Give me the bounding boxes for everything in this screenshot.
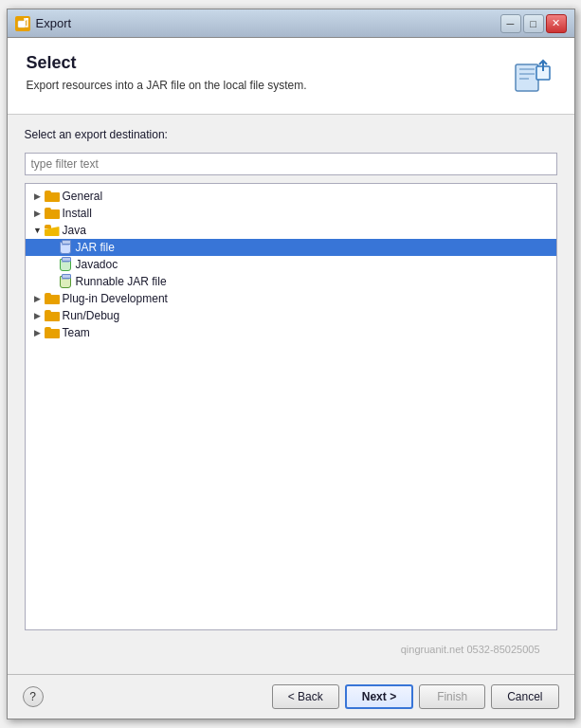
header-title: Select [27,53,510,73]
footer: ? < Back Next > Finish Cancel [8,674,574,719]
javadoc-icon [58,258,73,271]
back-button[interactable]: < Back [272,684,339,709]
tree-item-label-javadoc: Javadoc [76,258,118,271]
watermark: qingruanit.net 0532-85025005 [25,638,557,661]
tree-container[interactable]: ▶ General ▶ Install [25,183,557,630]
tree-item-label-install: Install [63,207,92,220]
header-export-icon [510,53,555,99]
tree-item-jar-file[interactable]: JAR file [26,239,556,256]
spacer-javadoc [31,258,45,271]
filter-input[interactable] [25,153,557,175]
tree-item-general[interactable]: ▶ General [26,188,556,205]
help-button[interactable]: ? [23,686,44,707]
spacer-runnable [31,275,45,288]
svg-rect-4 [519,73,535,75]
tree-item-label-java: Java [63,224,86,237]
jar-icon [58,241,73,254]
finish-button[interactable]: Finish [419,684,485,709]
minimize-button[interactable]: ─ [500,14,521,33]
header-text: Select Export resources into a JAR file … [27,53,510,92]
tree-item-label-team: Team [63,326,90,339]
window-title: Export [36,16,495,30]
folder-icon-plugin [45,292,60,305]
folder-icon-general [45,190,60,203]
svg-rect-3 [519,68,535,70]
header-subtitle: Export resources into a JAR file on the … [27,79,510,92]
svg-rect-5 [519,78,529,80]
expand-arrow-plugin[interactable]: ▶ [31,292,45,305]
tree-item-label-plugin: Plug-in Development [63,292,168,305]
folder-icon-team [45,326,60,339]
tree-item-runnable-jar[interactable]: Runnable JAR file [26,273,556,290]
tree-item-plugin-dev[interactable]: ▶ Plug-in Development [26,290,556,307]
maximize-button[interactable]: □ [523,14,544,33]
tree-item-javadoc[interactable]: Javadoc [26,256,556,273]
content-area: Select Export resources into a JAR file … [8,38,574,719]
tree-item-install[interactable]: ▶ Install [26,205,556,222]
next-button[interactable]: Next > [345,684,413,709]
expand-arrow-general[interactable]: ▶ [31,190,45,203]
tree-item-label-run-debug: Run/Debug [63,309,120,322]
cancel-button[interactable]: Cancel [491,684,558,709]
runnable-jar-icon [58,275,73,288]
tree-item-java[interactable]: ▼ Java [26,222,556,239]
window-icon [15,16,30,31]
export-window: Export ─ □ ✕ Select Export resources int… [7,9,575,719]
title-bar: Export ─ □ ✕ [8,9,574,38]
close-button[interactable]: ✕ [546,14,567,33]
expand-arrow-install[interactable]: ▶ [31,207,45,220]
footer-buttons: < Back Next > Finish Cancel [272,684,559,709]
folder-icon-run-debug [45,309,60,322]
folder-icon-install [45,207,60,220]
tree-item-label-general: General [63,190,103,203]
destination-label: Select an export destination: [25,128,557,141]
tree-item-label-runnable-jar: Runnable JAR file [76,275,167,288]
header-section: Select Export resources into a JAR file … [8,38,574,115]
tree-item-team[interactable]: ▶ Team [26,324,556,341]
spacer-jar [31,241,45,254]
tree-item-run-debug[interactable]: ▶ Run/Debug [26,307,556,324]
tree-item-label-jar-file: JAR file [76,241,115,254]
expand-arrow-run-debug[interactable]: ▶ [31,309,45,322]
main-content: Select an export destination: ▶ General … [8,115,574,674]
title-controls: ─ □ ✕ [500,14,567,33]
expand-arrow-java[interactable]: ▼ [31,224,45,237]
expand-arrow-team[interactable]: ▶ [31,326,45,339]
folder-icon-java [45,224,60,237]
footer-left: ? [23,686,44,707]
